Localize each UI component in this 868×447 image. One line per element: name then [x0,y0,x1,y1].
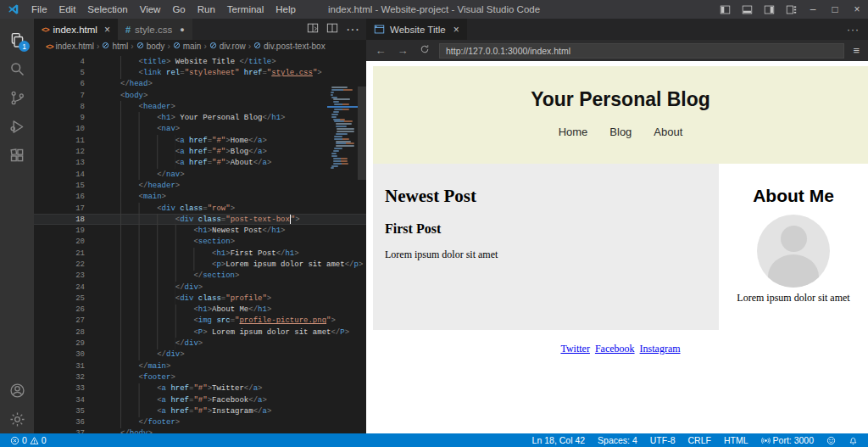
breadcrumb-item-div.post-text-box[interactable]: div.post-text-box [253,42,326,51]
extensions-icon[interactable] [0,141,34,170]
editor-scrollbar[interactable] [358,87,366,180]
menu-terminal[interactable]: Terminal [221,4,270,14]
code-line-15[interactable]: 15</header> [34,180,366,191]
minimap[interactable] [331,87,356,170]
code-line-16[interactable]: 16<main> [34,192,366,203]
footer-link-twitter[interactable]: Twitter [560,343,589,355]
code-line-23[interactable]: 23</section> [34,271,366,282]
menu-run[interactable]: Run [192,4,221,14]
site-nav-link-home[interactable]: Home [559,126,588,138]
tab-style-css[interactable]: # style.css ● [118,19,192,40]
code-line-27[interactable]: 27<img src="profile-picture.png"> [34,316,366,327]
code-line-20[interactable]: 20<section> [34,237,366,248]
tab-label: index.html [53,25,97,35]
explorer-icon[interactable]: 1 [0,25,34,54]
code-line-30[interactable]: 30</div> [34,349,366,360]
breadcrumb-item-html[interactable]: html [102,42,128,51]
preview-more-actions-icon[interactable]: ··· [847,19,868,40]
toggle-secondary-sidebar-icon[interactable] [758,0,780,19]
code-line-7[interactable]: 7<body> [34,90,366,101]
code-line-22[interactable]: 22<p>Lorem ipsum dolor sit amet</p> [34,259,366,270]
tab-website-title[interactable]: Website Title × [366,19,467,40]
menu-view[interactable]: View [134,4,167,14]
language-mode[interactable]: HTML [721,435,752,445]
run-and-debug-icon[interactable] [0,112,34,141]
indentation-setting[interactable]: Spaces: 4 [594,435,641,445]
tab-close-icon[interactable]: × [104,24,110,36]
split-editor-icon[interactable] [326,22,338,37]
code-line-5[interactable]: 5<link rel="stylesheet" href="style.css"… [34,67,366,78]
menu-go[interactable]: Go [166,4,191,14]
toggle-sidebar-icon[interactable] [714,0,736,19]
code-line-9[interactable]: 9<h1> Your Personal Blog</h1> [34,112,366,123]
code-line-11[interactable]: 11<a href="#">Home</a> [34,135,366,146]
preview-tab-close-icon[interactable]: × [453,24,459,36]
live-server-port[interactable]: Port: 3000 [758,435,817,445]
code-line-18[interactable]: 18<div class="post-text-box"> [34,214,366,225]
code-line-24[interactable]: 24</div> [34,282,366,293]
menu-file[interactable]: File [25,4,53,14]
url-input[interactable] [439,43,844,59]
site-nav-link-about[interactable]: About [654,126,682,138]
modified-dot-icon: ● [180,25,184,34]
close-button[interactable]: × [846,0,868,19]
code-line-31[interactable]: 31</main> [34,360,366,372]
search-icon[interactable] [0,54,34,83]
back-icon[interactable]: ← [373,44,388,57]
breadcrumb-item-index.html[interactable]: <>index.html [46,42,94,51]
customize-layout-icon[interactable] [780,0,802,19]
code-line-10[interactable]: 10<nav> [34,124,366,135]
breadcrumb-item-body[interactable]: body [136,42,165,51]
code-line-19[interactable]: 19<h1>Newest Post</h1> [34,225,366,236]
footer-link-facebook[interactable]: Facebook [595,343,635,355]
site-nav-link-blog[interactable]: Blog [609,126,632,138]
code-line-35[interactable]: 35<a href="#">Instagram</a> [34,405,366,416]
forward-icon[interactable]: → [395,44,410,57]
code-editor[interactable]: 4<title> Website Title </title>5<link re… [34,53,366,433]
code-line-29[interactable]: 29</div> [34,338,366,349]
breadcrumb-item-main[interactable]: main [173,42,202,51]
toggle-panel-icon[interactable] [736,0,758,19]
code-line-28[interactable]: 28<P> Lorem ipsum dolor sit amet</P> [34,327,366,338]
eol-setting[interactable]: CRLF [685,435,715,445]
encoding-setting[interactable]: UTF-8 [647,435,679,445]
problems-indicator[interactable]: 0 0 [7,435,50,445]
code-text: <a href="#">Home</a> [175,137,267,145]
menu-edit[interactable]: Edit [53,4,82,14]
maximize-button[interactable]: □ [824,0,846,19]
open-changes-icon[interactable] [307,22,319,37]
code-line-12[interactable]: 12<a href="#">Blog</a> [34,146,366,157]
tab-index-html[interactable]: <> index.html × [34,19,118,40]
cursor-position[interactable]: Ln 18, Col 42 [529,435,588,445]
footer-link-instagram[interactable]: Instagram [640,343,681,355]
feedback-smiley-icon[interactable] [823,436,839,445]
source-control-icon[interactable] [0,83,34,112]
site-header: Your Personal Blog HomeBlogAbout [373,66,868,164]
code-line-34[interactable]: 34<a href="#">Facebook</a> [34,394,366,405]
code-line-14[interactable]: 14</nav> [34,169,366,180]
breadcrumb-item-div.row[interactable]: div.row [209,42,246,51]
code-line-33[interactable]: 33<a href="#">Twitter</a> [34,383,366,394]
code-line-17[interactable]: 17<div class="row"> [34,203,366,214]
reload-icon[interactable] [417,44,432,57]
code-line-4[interactable]: 4<title> Website Title </title> [34,56,366,67]
browser-menu-icon[interactable]: ≡ [851,44,861,57]
code-line-32[interactable]: 32<footer> [34,372,366,383]
code-line-13[interactable]: 13<a href="#">About</a> [34,158,366,169]
more-actions-icon[interactable]: ··· [346,22,359,37]
minimize-button[interactable]: – [802,0,824,19]
code-line-21[interactable]: 21<h1>First Post</h1> [34,248,366,259]
code-line-8[interactable]: 8<header> [34,101,366,112]
code-line-25[interactable]: 25<div class="profile"> [34,293,366,304]
notifications-bell-icon[interactable] [845,436,861,445]
code-line-6[interactable]: 6</head> [34,79,366,90]
account-icon[interactable] [0,376,34,405]
settings-gear-icon[interactable] [0,405,34,433]
code-line-26[interactable]: 26<h1>About Me</h1> [34,305,366,316]
line-number: 29 [34,339,85,348]
menu-help[interactable]: Help [270,4,302,14]
code-text: <img src="profile-picture.png"> [193,316,335,325]
menu-selection[interactable]: Selection [81,4,133,14]
code-line-36[interactable]: 36</footer> [34,417,366,428]
minimap-line [333,150,340,152]
